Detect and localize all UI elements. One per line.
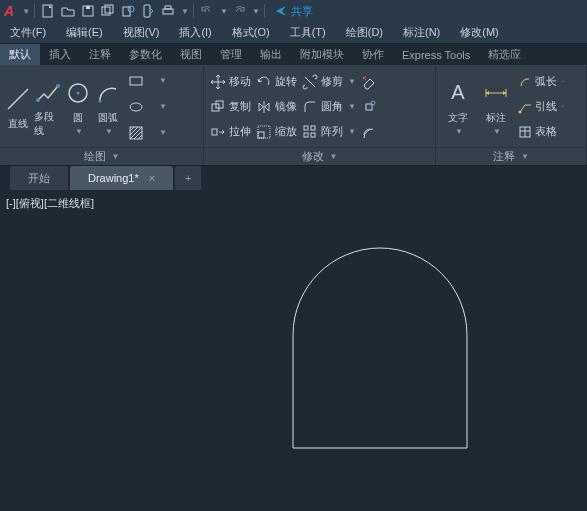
tab-start[interactable]: 开始 [10, 166, 68, 190]
tool-arc-label: 圆弧 [98, 111, 118, 125]
menu-file[interactable]: 文件(F) [0, 22, 56, 43]
tool-rect-icon[interactable] [124, 69, 148, 93]
mobile-icon[interactable] [139, 2, 157, 20]
tool-move[interactable]: 移动 [208, 70, 253, 94]
ribbon-tab-manage[interactable]: 管理 [211, 44, 251, 65]
panel-annot-footer[interactable]: 注释 ▼ [436, 147, 586, 165]
drawing-canvas [0, 190, 587, 511]
arclength-icon [518, 75, 532, 89]
panel-draw-title: 绘图 [84, 149, 106, 164]
tool-stretch[interactable]: 拉伸 [208, 120, 253, 144]
tab-drawing1[interactable]: Drawing1* × [70, 166, 173, 190]
web-icon[interactable] [119, 2, 137, 20]
print-dropdown-icon[interactable]: ▼ [181, 7, 189, 16]
new-icon[interactable] [39, 2, 57, 20]
share-button[interactable]: 共享 [275, 4, 313, 19]
menu-edit[interactable]: 编辑(E) [56, 22, 113, 43]
tool-copy[interactable]: 复制 [208, 95, 253, 119]
chevron-down-icon[interactable]: ▼ [493, 127, 501, 136]
menu-format[interactable]: 格式(O) [222, 22, 280, 43]
chevron-down-icon[interactable]: ▼ [152, 95, 174, 119]
chevron-down-icon[interactable]: ▼ [348, 77, 356, 86]
svg-point-14 [77, 92, 80, 95]
undo-icon[interactable] [198, 2, 216, 20]
tool-arclength[interactable]: 弧长· [516, 70, 566, 94]
tool-line[interactable]: 直线 [4, 79, 32, 135]
tool-circle[interactable]: 圆 ▼ [64, 73, 92, 140]
redo-dropdown-icon[interactable]: ▼ [252, 7, 260, 16]
ribbon-tab-output[interactable]: 输出 [251, 44, 291, 65]
tool-leader[interactable]: 引线· [516, 95, 566, 119]
save-icon[interactable] [79, 2, 97, 20]
ribbon-tab-parametric[interactable]: 参数化 [120, 44, 171, 65]
ribbon-tab-insert[interactable]: 插入 [40, 44, 80, 65]
tool-offset-icon[interactable] [359, 120, 379, 144]
add-tab-button[interactable]: + [175, 166, 201, 190]
close-icon[interactable]: × [149, 172, 155, 184]
share-label: 共享 [291, 4, 313, 19]
tool-scale[interactable]: 缩放 [254, 120, 299, 144]
tool-trim[interactable]: 修剪▼ [300, 70, 358, 94]
menu-draw[interactable]: 绘图(D) [336, 22, 393, 43]
tool-array[interactable]: 阵列▼ [300, 120, 358, 144]
ribbon-tab-collab[interactable]: 协作 [353, 44, 393, 65]
tool-hatch-icon[interactable] [124, 121, 148, 145]
open-icon[interactable] [59, 2, 77, 20]
chevron-down-icon[interactable]: ▼ [455, 127, 463, 136]
tool-line-label: 直线 [8, 117, 28, 131]
separator [193, 4, 194, 18]
tool-table[interactable]: 表格 [516, 120, 566, 144]
tool-move-label: 移动 [229, 74, 251, 89]
svg-rect-22 [258, 132, 264, 138]
undo-dropdown-icon[interactable]: ▼ [220, 7, 228, 16]
menu-modify[interactable]: 修改(M) [450, 22, 509, 43]
redo-icon[interactable] [230, 2, 248, 20]
tool-ellipse-icon[interactable] [124, 95, 148, 119]
leader-icon [518, 100, 532, 114]
ribbon-tab-express[interactable]: Express Tools [393, 44, 479, 65]
svg-rect-9 [165, 6, 171, 9]
ribbon-tab-addins[interactable]: 附加模块 [291, 44, 353, 65]
rotate-icon [256, 74, 272, 90]
ribbon-tab-default[interactable]: 默认 [0, 44, 40, 65]
chevron-down-icon: ▼ [330, 152, 338, 161]
chevron-down-icon: ▼ [112, 152, 120, 161]
chevron-down-icon[interactable]: ▼ [105, 127, 113, 136]
panel-modify-title: 修改 [302, 149, 324, 164]
chevron-down-icon[interactable]: ▼ [75, 127, 83, 136]
menu-tools[interactable]: 工具(T) [280, 22, 336, 43]
tool-polyline[interactable]: 多段线 [34, 72, 62, 142]
print-icon[interactable] [159, 2, 177, 20]
saveall-icon[interactable] [99, 2, 117, 20]
menu-insert[interactable]: 插入(I) [169, 22, 221, 43]
svg-rect-28 [366, 104, 372, 110]
svg-rect-3 [102, 7, 110, 15]
tool-rotate[interactable]: 旋转 [254, 70, 299, 94]
tool-dimension[interactable]: 标注 ▼ [478, 73, 514, 140]
tool-mirror[interactable]: 镜像 [254, 95, 299, 119]
tool-text-label: 文字 [448, 111, 468, 125]
chevron-down-icon[interactable]: ▼ [152, 69, 174, 93]
ribbon-tab-featured[interactable]: 精选应 [479, 44, 530, 65]
panel-modify-footer[interactable]: 修改 ▼ [204, 147, 435, 165]
trim-icon [302, 74, 318, 90]
stretch-icon [210, 124, 226, 140]
tool-erase-icon[interactable] [359, 70, 379, 94]
tool-arc[interactable]: 圆弧 ▼ [94, 73, 122, 140]
tool-fillet[interactable]: 圆角▼ [300, 95, 358, 119]
ribbon-tab-annotate[interactable]: 注释 [80, 44, 120, 65]
panel-draw-footer[interactable]: 绘图 ▼ [0, 147, 203, 165]
tool-text[interactable]: A 文字 ▼ [440, 73, 476, 140]
logo-dropdown-icon[interactable]: ▼ [22, 7, 30, 16]
svg-rect-27 [311, 133, 315, 137]
chevron-down-icon[interactable]: ▼ [348, 102, 356, 111]
menu-view[interactable]: 视图(V) [113, 22, 170, 43]
tool-explode-icon[interactable] [359, 95, 379, 119]
ribbon-tabs: 默认 插入 注释 参数化 视图 管理 输出 附加模块 协作 Express To… [0, 44, 587, 66]
chevron-down-icon[interactable]: ▼ [348, 127, 356, 136]
menu-dimension[interactable]: 标注(N) [393, 22, 450, 43]
drawing-viewport[interactable]: [-][俯视][二维线框] [0, 190, 587, 511]
chevron-down-icon[interactable]: ▼ [152, 121, 174, 145]
ribbon-tab-view[interactable]: 视图 [171, 44, 211, 65]
array-icon [302, 124, 318, 140]
